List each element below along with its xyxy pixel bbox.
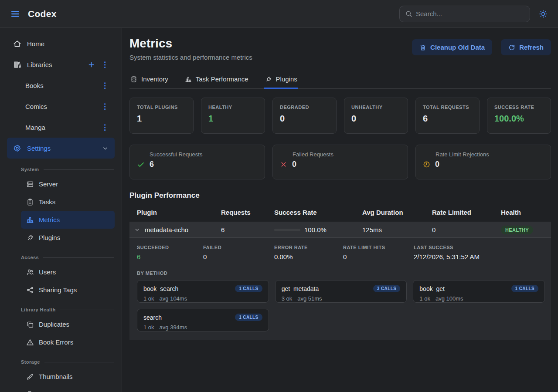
kebab-icon: ⋮	[101, 81, 109, 90]
sidebar-item-comics[interactable]: Comics ⋮	[7, 96, 115, 117]
server-icon	[26, 180, 34, 188]
refresh-icon	[508, 44, 515, 51]
books-menu-button[interactable]: ⋮	[101, 82, 109, 89]
method-ok: 3 ok	[282, 295, 293, 302]
card-failed-requests: Failed Requests 0	[272, 145, 408, 179]
divider	[44, 169, 114, 170]
card-rate-limit-rejections: Rate Limit Rejections 0	[415, 145, 551, 179]
x-icon	[280, 161, 287, 168]
sidebar-section-library-health: Library Health	[21, 305, 114, 314]
library-label: Books	[25, 82, 101, 89]
users-icon	[26, 268, 34, 276]
kebab-icon: ⋮	[101, 123, 109, 132]
sidebar-item-page-cache[interactable]: Page Cache	[21, 385, 115, 392]
file-icon	[26, 391, 34, 392]
by-method-label: BY METHOD	[137, 270, 545, 276]
stat-value: 0	[435, 160, 439, 169]
plug-icon	[26, 234, 34, 242]
sidebar-item-books[interactable]: Books ⋮	[7, 75, 115, 96]
refresh-button[interactable]: Refresh	[501, 39, 551, 55]
sidebar-item-sharing-tags[interactable]: Sharing Tags	[21, 281, 115, 299]
sidebar-item-label: Plugins	[39, 234, 60, 241]
manga-menu-button[interactable]: ⋮	[101, 124, 109, 131]
tab-task-performance[interactable]: Task Performance	[184, 73, 249, 89]
sidebar-item-thumbnails[interactable]: Thumbnails	[21, 368, 115, 385]
method-avg: avg 51ms	[297, 295, 322, 302]
sidebar-item-label: Libraries	[27, 61, 82, 68]
sidebar-item-server[interactable]: Server	[21, 175, 115, 193]
sidebar-item-label: Duplicates	[39, 321, 69, 328]
main-content: Metrics System statistics and performanc…	[122, 28, 558, 392]
detail-stat-failed: FAILED 0	[203, 245, 274, 260]
col-health: Health	[501, 209, 551, 216]
libraries-menu-button[interactable]: ⋮	[101, 61, 109, 68]
method-card-search: search 1 CALLS 1 ok avg 394ms	[137, 309, 269, 331]
tab-plugins[interactable]: Plugins	[264, 73, 298, 89]
sidebar-section-storage: Storage	[21, 357, 114, 367]
brush-icon	[26, 373, 34, 381]
sidebar-item-label: Users	[39, 268, 56, 276]
sidebar-item-home[interactable]: Home	[7, 33, 115, 54]
stat-value: 1	[208, 114, 258, 124]
chevron-down-icon[interactable]	[134, 227, 140, 233]
method-ok: 1 ok	[143, 295, 154, 302]
copy-icon	[26, 321, 34, 328]
sidebar-item-manga[interactable]: Manga ⋮	[7, 117, 115, 138]
methods-grid: book_search 1 CALLS 1 ok avg 104ms get_m…	[137, 280, 545, 331]
success-rate-bar	[274, 229, 300, 231]
detail-stat-rate-limit-hits: RATE LIMIT HITS 0	[343, 245, 414, 260]
plugin-requests: 6	[221, 226, 274, 233]
search-input[interactable]	[416, 10, 524, 17]
sidebar-item-duplicates[interactable]: Duplicates	[21, 315, 115, 333]
method-avg: avg 104ms	[160, 295, 187, 302]
sidebar-item-metrics[interactable]: Metrics	[21, 211, 115, 229]
sidebar-item-label: Home	[27, 40, 109, 47]
divider	[44, 362, 114, 362]
database-icon	[130, 76, 137, 83]
bar-chart-icon	[26, 216, 34, 224]
stat-value: 0	[280, 114, 329, 124]
method-name: book_get	[419, 285, 445, 292]
gear-icon	[13, 144, 21, 152]
comics-menu-button[interactable]: ⋮	[101, 103, 109, 110]
hamburger-icon	[10, 9, 20, 19]
stat-card-total-plugins: TOTAL PLUGINS 1	[129, 98, 194, 134]
sidebar-item-users[interactable]: Users	[21, 263, 115, 281]
plugin-detail-panel: SUCCEEDED 6 FAILED 0 ERROR RATE 0.00% RA…	[129, 238, 551, 340]
cleanup-old-data-button[interactable]: Cleanup Old Data	[412, 39, 492, 55]
method-card-book-search: book_search 1 CALLS 1 ok avg 104ms	[137, 280, 269, 303]
sidebar-item-tasks[interactable]: Tasks	[21, 193, 115, 211]
sun-icon	[539, 10, 548, 18]
tab-inventory[interactable]: Inventory	[129, 73, 169, 89]
plugin-performance-heading: Plugin Performance	[129, 191, 551, 200]
add-library-button[interactable]	[88, 61, 95, 68]
library-books-icon	[13, 61, 21, 69]
kebab-icon: ⋮	[101, 102, 109, 111]
table-row[interactable]: metadata-echo 6 100.0% 125ms 0 HEALTHY	[129, 222, 551, 238]
trash-icon	[419, 44, 426, 51]
plugin-rate-limited: 0	[432, 226, 501, 233]
calls-badge: 3 CALLS	[373, 285, 400, 292]
sidebar-item-settings[interactable]: Settings	[7, 138, 115, 159]
kebab-icon: ⋮	[101, 61, 109, 69]
plugin-name: metadata-echo	[145, 226, 188, 233]
library-label: Comics	[25, 103, 101, 110]
plus-icon	[88, 61, 95, 68]
summary-stats: TOTAL PLUGINS 1 HEALTHY 1 DEGRADED 0 UNH…	[129, 98, 551, 134]
health-badge: HEALTHY	[501, 226, 533, 234]
sidebar-item-label: Tasks	[39, 198, 55, 206]
theme-toggle-button[interactable]	[537, 8, 549, 20]
sidebar-item-book-errors[interactable]: Book Errors	[21, 333, 115, 351]
search-icon	[405, 10, 412, 17]
sidebar-item-plugins[interactable]: Plugins	[21, 229, 115, 247]
sidebar-section-system: System	[21, 165, 114, 174]
method-name: book_search	[143, 285, 178, 292]
method-card-get-metadata: get_metadata 3 CALLS 3 ok avg 51ms	[275, 280, 407, 303]
sidebar: Home Libraries ⋮ Books ⋮ Comics ⋮ Manga …	[0, 28, 122, 392]
detail-stat-error-rate: ERROR RATE 0.00%	[274, 245, 343, 260]
stat-card-healthy: HEALTHY 1	[201, 98, 265, 134]
hamburger-menu-button[interactable]	[9, 7, 22, 20]
method-avg: avg 394ms	[160, 324, 187, 331]
sidebar-item-libraries[interactable]: Libraries ⋮	[7, 54, 115, 75]
method-ok: 1 ok	[143, 324, 154, 331]
